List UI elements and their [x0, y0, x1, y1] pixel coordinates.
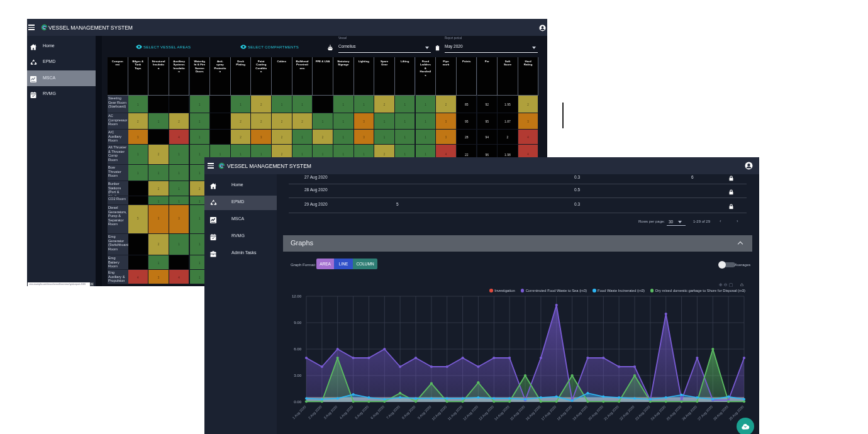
svg-text:11 Aug 2020: 11 Aug 2020 [447, 404, 464, 421]
svg-text:8 Aug 2020: 8 Aug 2020 [401, 404, 416, 420]
svg-text:14 Aug 2020: 14 Aug 2020 [494, 404, 510, 421]
svg-text:1 Aug 2020: 1 Aug 2020 [292, 404, 307, 420]
svg-text:27 Aug 2020: 27 Aug 2020 [697, 404, 713, 421]
svg-text:7 Aug 2020: 7 Aug 2020 [386, 404, 401, 420]
svg-text:12.00: 12.00 [292, 294, 302, 298]
svg-text:23 Aug 2020: 23 Aug 2020 [635, 404, 651, 421]
svg-text:13 Aug 2020: 13 Aug 2020 [478, 404, 494, 421]
svg-text:18 Aug 2020: 18 Aug 2020 [556, 404, 572, 421]
svg-text:20 Aug 2020: 20 Aug 2020 [587, 404, 604, 421]
svg-text:19 Aug 2020: 19 Aug 2020 [572, 404, 588, 421]
svg-text:0.00: 0.00 [294, 400, 301, 404]
svg-text:9.00: 9.00 [294, 321, 301, 325]
svg-text:26 Aug 2020: 26 Aug 2020 [681, 404, 698, 421]
svg-text:28 Aug 2020: 28 Aug 2020 [713, 404, 729, 421]
svg-text:17 Aug 2020: 17 Aug 2020 [540, 404, 557, 421]
svg-text:5 Aug 2020: 5 Aug 2020 [354, 404, 369, 420]
svg-text:4 Aug 2020: 4 Aug 2020 [338, 404, 353, 420]
svg-text:10 Aug 2020: 10 Aug 2020 [431, 404, 447, 421]
svg-text:22 Aug 2020: 22 Aug 2020 [619, 404, 635, 421]
svg-text:3 Aug 2020: 3 Aug 2020 [323, 404, 338, 420]
svg-text:9 Aug 2020: 9 Aug 2020 [417, 404, 432, 420]
svg-text:3.00: 3.00 [294, 374, 301, 377]
svg-text:6 Aug 2020: 6 Aug 2020 [370, 404, 385, 420]
svg-text:25 Aug 2020: 25 Aug 2020 [665, 404, 682, 421]
svg-text:21 Aug 2020: 21 Aug 2020 [603, 404, 620, 421]
svg-text:12 Aug 2020: 12 Aug 2020 [462, 404, 479, 421]
svg-text:C: C [43, 26, 46, 30]
svg-text:C: C [220, 164, 223, 168]
svg-text:24 Aug 2020: 24 Aug 2020 [650, 404, 666, 421]
svg-text:15 Aug 2020: 15 Aug 2020 [509, 404, 526, 421]
svg-text:16 Aug 2020: 16 Aug 2020 [525, 404, 542, 421]
svg-text:2 Aug 2020: 2 Aug 2020 [308, 404, 323, 420]
svg-text:6.00: 6.00 [294, 347, 301, 351]
